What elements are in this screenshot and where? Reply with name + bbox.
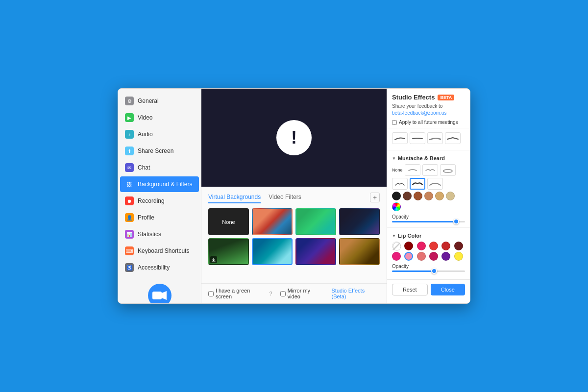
bg-grass-thumb[interactable]	[295, 208, 336, 235]
sidebar-item-share-screen[interactable]: ⬆ Share Screen	[120, 143, 199, 159]
sidebar-item-audio[interactable]: ♪ Audio	[120, 126, 199, 142]
mustache-color-brown-dark[interactable]	[403, 192, 412, 200]
background-icon: 🖼	[125, 180, 134, 189]
bg-bridge-thumb[interactable]	[252, 208, 293, 235]
mustache-style-3-icon	[441, 167, 454, 173]
mustache-option-6[interactable]	[427, 178, 443, 190]
bg-beach-thumb[interactable]	[252, 238, 293, 265]
studio-effects-link[interactable]: Studio Effects (Beta)	[332, 288, 380, 299]
mustache-option-5[interactable]	[410, 178, 425, 190]
lip-opacity-handle[interactable]	[431, 268, 437, 274]
footer-bar: I have a green screen ? Mirror my video …	[201, 283, 387, 303]
studio-footer: Reset Close	[387, 279, 470, 299]
lip-color-yellow[interactable]	[454, 252, 463, 261]
green-screen-checkbox[interactable]	[208, 291, 214, 296]
lip-color-dark-red[interactable]	[404, 242, 413, 250]
zoom-circle-icon	[148, 284, 172, 304]
mustache-style-5-icon	[411, 180, 424, 187]
mustache-option-2[interactable]	[422, 164, 438, 176]
mirror-checkbox[interactable]	[280, 291, 286, 296]
apply-check-row[interactable]: Apply to all future meetings	[392, 120, 465, 125]
sidebar-item-recording[interactable]: ⏺ Recording	[120, 193, 199, 209]
mustache-color-black[interactable]	[392, 192, 401, 200]
brow-option-3[interactable]	[427, 132, 443, 144]
section-divider-2	[387, 227, 470, 228]
statistics-icon: 📊	[125, 230, 134, 239]
mustache-color-rainbow[interactable]	[392, 202, 401, 211]
studio-header: Studio Effects BETA Share your feedback …	[387, 89, 470, 128]
lip-color-berry[interactable]	[429, 252, 438, 261]
lip-title-row[interactable]: ▼ Lip Color	[392, 233, 465, 239]
bg-action-thumb[interactable]	[295, 238, 336, 265]
brow-option-2[interactable]	[410, 132, 425, 144]
mustache-color-light[interactable]	[446, 192, 455, 200]
section-divider-1	[387, 150, 470, 150]
mustache-style-4-icon	[393, 180, 406, 187]
lip-color-red[interactable]	[429, 242, 438, 250]
mirror-check[interactable]: Mirror my video	[280, 288, 324, 299]
brow-option-1[interactable]	[392, 132, 408, 144]
sidebar-item-keyboard[interactable]: ⌨ Keyboard Shortcuts	[120, 243, 199, 259]
sidebar-label-video: Video	[138, 114, 152, 121]
sidebar-item-chat[interactable]: ✉ Chat	[120, 160, 199, 175]
mustache-color-tan[interactable]	[424, 192, 433, 200]
lip-color-rose[interactable]	[417, 252, 426, 261]
sidebar-item-profile[interactable]: 👤 Profile	[120, 210, 199, 225]
lip-color-none[interactable]	[392, 242, 401, 250]
video-preview: !	[201, 89, 387, 187]
zoom-logo: zoom	[118, 276, 201, 304]
lip-opacity-slider[interactable]	[392, 270, 465, 272]
bg-none-thumb[interactable]: None	[208, 208, 249, 235]
studio-feedback: Share your feedback to beta-feedback@zoo…	[392, 103, 465, 117]
bg-space-thumb[interactable]	[339, 208, 380, 235]
svg-point-2	[443, 170, 452, 172]
lip-color-hot-pink[interactable]	[392, 252, 401, 261]
app-window: ⚙ General ▶ Video ♪ Audio ⬆ Share Screen…	[118, 88, 470, 304]
add-background-button[interactable]: +	[370, 193, 380, 202]
lip-color-purple[interactable]	[441, 252, 450, 261]
bg-forest-thumb[interactable]	[208, 238, 249, 265]
lip-color-maroon[interactable]	[454, 242, 463, 250]
mustache-color-brown[interactable]	[414, 192, 422, 200]
tab-virtual-backgrounds[interactable]: Virtual Backgrounds	[208, 192, 261, 203]
brow-option-4[interactable]	[445, 132, 461, 144]
reset-button[interactable]: Reset	[392, 284, 428, 295]
lip-color-crimson[interactable]	[441, 242, 450, 250]
mustache-option-3[interactable]	[440, 164, 456, 176]
mustache-row-1: None	[392, 164, 465, 176]
mustache-title: Mustache & Beard	[398, 155, 445, 161]
bg-interior-thumb[interactable]	[339, 238, 380, 265]
green-screen-check[interactable]: I have a green screen ?	[208, 288, 272, 299]
sidebar-item-video[interactable]: ▶ Video	[120, 110, 199, 125]
sidebar-label-accessibility: Accessibility	[138, 264, 170, 271]
mustache-option-4[interactable]	[392, 178, 408, 190]
mustache-option-1[interactable]	[405, 164, 420, 176]
sidebar-item-background[interactable]: 🖼 Background & Filters	[120, 176, 199, 192]
close-button[interactable]: Close	[431, 284, 466, 295]
lip-color-grid	[392, 242, 465, 261]
apply-label: Apply to all future meetings	[399, 120, 458, 125]
mustache-opacity-handle[interactable]	[453, 219, 459, 224]
feedback-email[interactable]: beta-feedback@zoom.us	[392, 110, 465, 117]
background-grid: None	[208, 208, 380, 265]
sidebar-item-statistics[interactable]: 📊 Statistics	[120, 226, 199, 242]
feedback-text: Share your feedback to	[392, 103, 442, 109]
mustache-color-blonde[interactable]	[435, 192, 444, 200]
apply-future-checkbox[interactable]	[392, 120, 397, 125]
general-icon: ⚙	[125, 97, 134, 105]
lip-color-light-pink[interactable]	[404, 252, 413, 261]
sidebar-item-accessibility[interactable]: ♿ Accessibility	[120, 260, 199, 275]
tab-video-filters[interactable]: Video Filters	[269, 192, 301, 203]
eyebrow-options	[392, 132, 465, 144]
help-icon: ?	[270, 291, 272, 296]
audio-icon: ♪	[125, 130, 134, 139]
svg-point-3	[393, 243, 401, 250]
backgrounds-panel: Virtual Backgrounds Video Filters + None	[201, 187, 387, 283]
sidebar-item-general[interactable]: ⚙ General	[120, 93, 199, 109]
lip-opacity-label: Opacity	[392, 264, 465, 269]
mustache-title-row[interactable]: ▼ Mustache & Beard	[392, 155, 465, 161]
lip-color-pink[interactable]	[417, 242, 426, 250]
mustache-opacity-slider[interactable]	[392, 221, 465, 222]
svg-rect-0	[152, 292, 162, 299]
mustache-opacity-row: Opacity	[392, 214, 465, 222]
